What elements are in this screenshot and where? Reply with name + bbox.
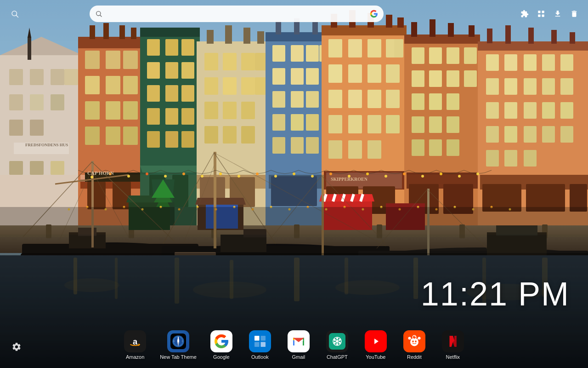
svg-rect-54 — [165, 108, 178, 125]
svg-rect-334 — [538, 11, 540, 13]
svg-point-363 — [334, 342, 336, 344]
svg-rect-34 — [85, 126, 100, 145]
svg-rect-36 — [123, 126, 138, 145]
svg-point-364 — [334, 339, 336, 341]
svg-rect-131 — [328, 115, 342, 133]
svg-rect-170 — [487, 29, 492, 43]
download-icon-btn[interactable] — [551, 7, 564, 20]
search-icon — [95, 10, 102, 17]
dock-item-youtube[interactable]: YouTube — [357, 327, 394, 363]
svg-rect-137 — [368, 140, 381, 159]
search-bar[interactable] — [90, 6, 384, 22]
svg-rect-195 — [486, 150, 499, 167]
dock-item-amazon[interactable]: a Amazon — [117, 327, 153, 363]
dock-item-reddit[interactable]: Reddit — [396, 327, 433, 363]
svg-rect-25 — [85, 51, 100, 69]
svg-text:a: a — [133, 337, 138, 346]
svg-rect-24 — [131, 28, 136, 39]
svg-rect-53 — [147, 108, 160, 125]
netflix-label: Netflix — [446, 354, 460, 360]
svg-rect-150 — [447, 47, 459, 64]
svg-rect-176 — [504, 54, 517, 71]
svg-rect-177 — [524, 54, 537, 71]
svg-rect-133 — [368, 115, 381, 133]
svg-rect-188 — [542, 102, 555, 119]
svg-rect-71 — [204, 53, 218, 70]
chatgpt-icon — [326, 330, 348, 352]
svg-rect-45 — [165, 39, 178, 56]
svg-rect-93 — [272, 45, 285, 62]
svg-rect-135 — [328, 140, 342, 159]
svg-rect-48 — [165, 62, 178, 79]
clock-display: 11:21 PM — [421, 275, 570, 313]
svg-rect-107 — [291, 137, 304, 154]
svg-rect-185 — [486, 102, 499, 119]
svg-rect-83 — [223, 126, 237, 144]
svg-rect-9 — [30, 94, 44, 110]
netflix-icon — [442, 330, 464, 352]
dock-item-newtabtheme[interactable]: N S E W New Tab Theme — [155, 327, 201, 363]
svg-rect-123 — [328, 64, 342, 83]
svg-rect-77 — [241, 77, 255, 95]
svg-rect-175 — [486, 54, 499, 71]
svg-rect-125 — [368, 64, 381, 83]
search-input[interactable] — [106, 10, 366, 17]
svg-rect-118 — [328, 39, 342, 58]
svg-rect-336 — [538, 15, 540, 17]
svg-rect-129 — [368, 90, 381, 108]
svg-rect-163 — [429, 139, 442, 156]
svg-rect-33 — [123, 101, 138, 120]
extension-icon-btn[interactable] — [518, 7, 531, 20]
svg-line-331 — [16, 15, 18, 17]
svg-rect-55 — [181, 108, 194, 125]
svg-rect-106 — [272, 137, 285, 154]
svg-rect-4 — [9, 69, 23, 85]
svg-rect-173 — [551, 30, 557, 44]
svg-rect-157 — [429, 93, 442, 110]
newtabtheme-icon: N S E W — [167, 330, 189, 352]
apps-grid-icon-btn[interactable] — [535, 7, 548, 20]
svg-rect-94 — [291, 45, 304, 62]
svg-rect-75 — [204, 77, 218, 95]
svg-rect-84 — [241, 126, 255, 144]
svg-rect-11 — [9, 120, 23, 136]
dock-item-outlook[interactable]: Outlook — [242, 327, 278, 363]
dock-item-chatgpt[interactable]: ChatGPT — [319, 327, 356, 363]
svg-rect-352 — [254, 336, 260, 341]
svg-rect-119 — [348, 39, 362, 58]
reddit-label: Reddit — [407, 354, 422, 360]
apps-grid-icon — [537, 10, 545, 18]
svg-rect-136 — [348, 140, 362, 159]
svg-rect-57 — [165, 131, 178, 148]
svg-rect-161 — [447, 116, 459, 133]
svg-rect-108 — [306, 137, 319, 154]
svg-rect-31 — [85, 101, 100, 120]
svg-rect-162 — [412, 139, 424, 156]
svg-rect-26 — [106, 51, 120, 69]
trash-icon — [570, 10, 578, 18]
svg-rect-178 — [542, 54, 555, 71]
svg-rect-10 — [51, 94, 64, 110]
svg-rect-52 — [181, 85, 194, 102]
outlook-label: Outlook — [251, 354, 269, 360]
dock-item-google[interactable]: Google — [203, 327, 240, 363]
svg-rect-79 — [204, 102, 218, 119]
svg-rect-29 — [106, 76, 120, 94]
svg-rect-174 — [570, 32, 575, 44]
svg-rect-5 — [30, 69, 44, 85]
google-icon — [210, 330, 232, 352]
svg-rect-151 — [464, 47, 477, 64]
svg-rect-44 — [147, 39, 160, 56]
svg-rect-197 — [524, 150, 537, 167]
dock-item-gmail[interactable]: Gmail — [280, 327, 317, 363]
svg-rect-181 — [504, 78, 517, 95]
svg-rect-194 — [560, 126, 573, 143]
svg-line-333 — [100, 15, 101, 17]
dock-item-netflix[interactable]: Netflix — [435, 327, 471, 363]
svg-rect-130 — [386, 90, 400, 108]
svg-rect-102 — [306, 91, 319, 108]
svg-rect-104 — [291, 114, 304, 131]
svg-rect-15 — [30, 161, 44, 175]
chatgpt-label: ChatGPT — [327, 354, 348, 360]
trash-icon-btn[interactable] — [568, 7, 581, 20]
